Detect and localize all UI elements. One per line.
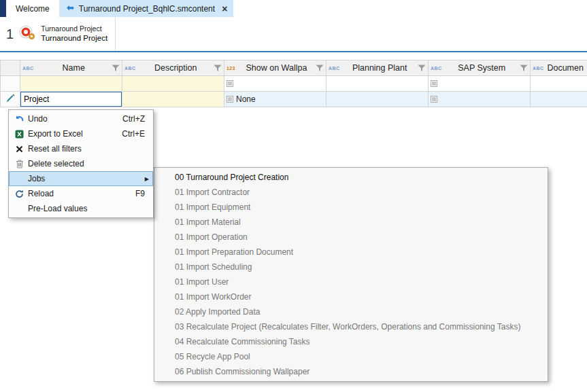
submenu-item-import-scheduling[interactable]: 01 Import Scheduling [154,260,548,274]
column-header-sap-system[interactable]: ABC SAP System [429,60,531,76]
menu-item-pre-load-values[interactable]: Pre-Load values [9,201,153,216]
submenu-item-publish-commissioning-wallpaper[interactable]: 06 Publish Commissioning Wallpaper [154,364,548,379]
menu-item-delete-selected[interactable]: Delete selected [9,156,153,171]
filter-funnel-icon[interactable] [316,65,324,72]
column-label-sap-system: SAP System [443,63,520,73]
column-label-show-on-wallpaper: Show on Wallpa [237,63,316,73]
menu-item-reload[interactable]: Reload F9 [9,186,153,201]
data-cell-planning-plant[interactable] [326,92,429,107]
submenu-item-turnaround-project-creation[interactable]: 00 Turnaround Project Creation [154,170,548,185]
filter-cell-documents[interactable] [531,76,587,92]
list-dropdown-icon[interactable] [227,96,233,103]
filter-cell-planning-plant[interactable] [326,76,429,92]
trash-icon [11,160,28,168]
menu-item-shortcut: F9 [135,189,145,198]
record-subtitle: Turnaround Project [41,24,107,34]
menu-item-undo[interactable]: Undo Ctrl+Z [9,111,153,126]
row-edit-indicator [0,92,20,107]
show-on-wallpaper-value: None [236,94,256,104]
column-type-text-icon: ABC [329,66,339,71]
menu-item-shortcut: Ctrl+E [122,129,145,139]
menu-item-jobs[interactable]: Jobs ▶ [9,171,153,186]
submenu-item-import-contractor[interactable]: 01 Import Contractor [154,185,548,200]
record-header: 1 Turnaround Project Turnaround Project [0,17,587,52]
column-header-show-on-wallpaper[interactable]: 123 Show on Wallpa [224,60,326,76]
turnaround-project-icon [18,24,36,43]
tab-turnaround-project[interactable]: Turnaround Project_BqhlC.smcontent × [60,0,234,17]
menu-item-reset-all-filters[interactable]: Reset all filters [9,141,153,156]
grid-data-row: Project None [0,92,587,107]
tab-welcome[interactable]: Welcome [6,0,60,17]
data-grid: ABC Name ABC Description 123 Show on Wal… [0,60,587,107]
list-dropdown-icon[interactable] [227,80,233,87]
window-corner [0,0,6,17]
column-type-number-icon: 123 [227,66,235,71]
submenu-item-import-workorder[interactable]: 01 Import WorkOrder [154,289,548,304]
column-type-text-icon: ABC [431,66,441,71]
submenu-item-recalculate-commissioning-tasks[interactable]: 04 Recalculate Commissioning Tasks [154,334,548,349]
document-tab-bar: Welcome Turnaround Project_BqhlC.smconte… [0,0,587,17]
filter-funnel-icon[interactable] [112,65,120,72]
menu-item-label: Jobs [28,174,145,183]
filter-funnel-icon[interactable] [418,65,426,72]
submenu-item-import-material[interactable]: 01 Import Material [154,215,548,230]
column-type-text-icon: ABC [124,66,135,71]
filter-cell-name[interactable] [20,76,122,92]
submenu-item-recycle-app-pool[interactable]: 05 Recycle App Pool [154,349,548,364]
reset-filters-icon [11,145,28,153]
submenu-item-import-operation[interactable]: 01 Import Operation [154,230,548,245]
data-cell-sap-system[interactable] [429,92,531,107]
data-cell-show-on-wallpaper[interactable]: None [224,92,326,107]
filter-funnel-icon[interactable] [214,65,222,72]
menu-item-label: Delete selected [28,159,145,168]
list-dropdown-icon[interactable] [431,80,437,87]
submenu-item-import-preparation-document[interactable]: 01 Import Preparation Document [154,245,548,260]
grid-header-row: ABC Name ABC Description 123 Show on Wal… [0,60,587,76]
record-titles: Turnaround Project Turnaround Project [41,24,107,44]
menu-item-export-to-excel[interactable]: Export to Excel Ctrl+E [9,126,153,141]
record-number: 1 [6,26,14,42]
submenu-item-recalculate-project[interactable]: 03 Recalculate Project (Recalculates Fil… [154,319,548,334]
tab-welcome-label: Welcome [16,4,50,14]
name-cell-editor[interactable]: Project [20,92,122,107]
grid-filter-row [0,76,587,92]
filter-funnel-icon[interactable] [520,65,528,72]
filter-cell-show-on-wallpaper[interactable] [224,76,326,92]
column-label-planning-plant: Planning Plant [341,63,418,73]
filter-row-indicator [0,76,20,92]
submenu-item-import-user[interactable]: 01 Import User [154,274,548,289]
submenu-item-apply-imported-data[interactable]: 02 Apply Imported Data [154,304,548,319]
jobs-submenu: 00 Turnaround Project Creation 01 Import… [154,167,548,382]
column-type-text-icon: ABC [533,66,543,71]
column-header-name[interactable]: ABC Name [20,60,122,76]
menu-item-label: Pre-Load values [28,204,151,213]
menu-item-label: Undo [28,114,122,124]
edit-pencil-icon [6,94,15,105]
filter-cell-sap-system[interactable] [429,76,531,92]
app-window: Welcome Turnaround Project_BqhlC.smconte… [0,0,587,392]
data-cell-description[interactable] [122,92,224,107]
context-menu: Undo Ctrl+Z Export to Excel Ctrl+E Reset… [8,109,154,218]
column-label-description: Description [137,63,214,73]
undo-icon [11,115,28,124]
menu-item-label: Reload [28,189,135,198]
column-header-description[interactable]: ABC Description [122,60,224,76]
column-header-planning-plant[interactable]: ABC Planning Plant [326,60,429,76]
column-type-text-icon: ABC [22,66,33,71]
submenu-item-import-equipment[interactable]: 01 Import Equipment [154,200,548,215]
column-header-documents[interactable]: ABC Documen [531,60,587,76]
record-card[interactable]: 1 Turnaround Project Turnaround Project [0,17,116,51]
excel-icon [11,130,28,139]
menu-item-shortcut: Ctrl+Z [122,114,145,124]
data-cell-documents[interactable] [531,92,587,107]
smcontent-icon [66,4,75,13]
record-title: Turnaround Project [41,33,107,43]
name-cell-value: Project [24,94,49,104]
close-tab-icon[interactable]: × [222,4,227,14]
tab-turnaround-project-label: Turnaround Project_BqhlC.smcontent [79,4,215,14]
column-label-documents: Documen [546,63,585,73]
filter-cell-description[interactable] [122,76,224,92]
data-cell-name[interactable]: Project [20,92,122,107]
list-dropdown-icon[interactable] [431,96,437,103]
menu-item-label: Reset all filters [28,144,145,154]
